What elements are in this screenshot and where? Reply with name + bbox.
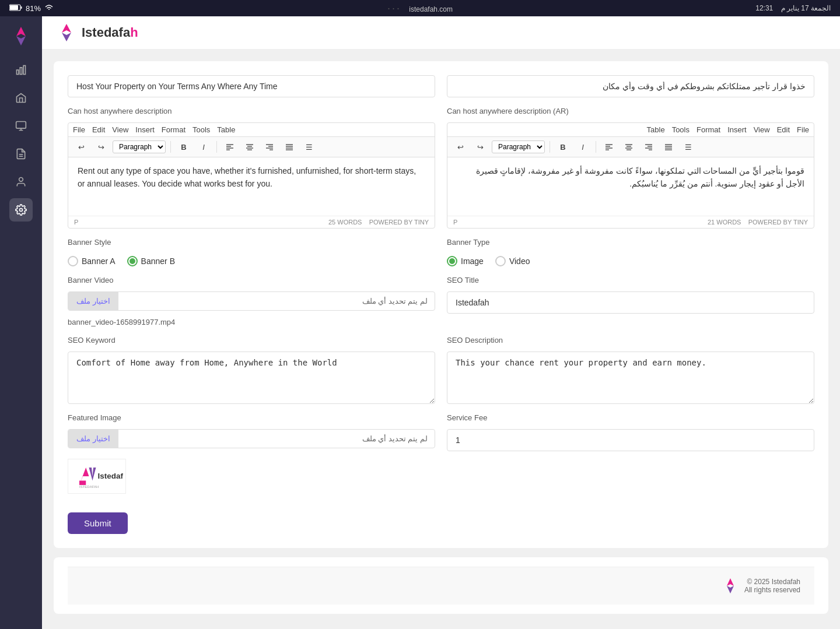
sidebar-logo [8,23,34,49]
menu-ar-file[interactable]: File [797,125,809,134]
menu-edit[interactable]: Edit [92,125,105,134]
featured-image-preview: Istedafah ISTEDAFAH [68,459,126,494]
sidebar-item-users[interactable] [9,170,33,194]
sidebar-item-home[interactable] [9,86,33,110]
ar-divider1 [550,141,550,153]
menu-view[interactable]: View [112,125,128,134]
menu-table[interactable]: Table [217,125,235,134]
seo-title-input[interactable] [447,291,814,314]
menu-file[interactable]: File [73,125,85,134]
svg-rect-8 [16,122,26,129]
svg-text:ISTEDAFAH: ISTEDAFAH [79,485,99,489]
ar-align-left-btn[interactable] [601,139,617,154]
align-justify-btn[interactable] [281,139,298,154]
banner-video-file-input: لم يتم تحديد أي ملف اختيار ملف [68,291,435,311]
sidebar-item-display[interactable] [9,114,33,138]
align-right-btn[interactable] [261,139,278,154]
ar-align-justify-btn[interactable] [660,139,677,154]
sidebar-item-documents[interactable] [9,142,33,166]
ar-list-btn[interactable]: ☰ [680,139,696,154]
ar-divider2 [596,141,596,153]
footer-rights: All rights reserved [744,586,800,594]
service-fee-input[interactable] [447,429,814,451]
word-count-en: 25 WORDS POWERED BY TINY [328,219,429,226]
align-center-btn[interactable] [242,139,258,154]
banner-style-radio-group: Banner A Banner B [68,256,435,266]
align-left-btn[interactable] [222,139,238,154]
banner-b-radio[interactable] [127,256,138,266]
menu-tools[interactable]: Tools [192,125,210,134]
seo-desc-label: SEO Description [447,336,814,345]
can-host-title-input[interactable] [68,75,435,97]
seo-title-label: SEO Title [447,276,814,284]
seo-keyword-textarea[interactable]: Comfort of Home away from Home, Anywhere… [68,352,435,404]
divider2 [216,141,217,153]
svg-text:Istedafah: Istedafah [98,472,124,480]
banner-b-option[interactable]: Banner B [127,256,175,266]
menu-ar-insert[interactable]: Insert [727,125,747,134]
content-area: Istedafah [42,16,840,629]
editor-ar-toolbar: ↩ ↪ Paragraph B I [447,137,814,157]
banner-video-option[interactable]: Video [495,256,530,266]
image-fee-row: Featured Image لم يتم تحديد أي ملف اختيا… [68,413,814,494]
seo-keyword-label: SEO Keyword [68,336,435,345]
svg-marker-13 [62,24,71,33]
sidebar-item-settings[interactable] [9,198,33,222]
logo-text-ist: Istedafa [82,25,130,40]
menu-insert[interactable]: Insert [135,125,155,134]
editor-en-body[interactable]: Rent out any type of space you have, whe… [68,157,435,216]
banner-style-label: Banner Style [68,238,435,247]
can-host-title-ar-input[interactable] [447,75,814,97]
footer-copyright: © 2025 Istedafah [744,578,800,586]
menu-format[interactable]: Format [162,125,186,134]
paragraph-select[interactable]: Paragraph [113,140,166,153]
featured-image-choose-btn[interactable]: اختيار ملف [68,430,118,448]
ar-undo-btn[interactable]: ↩ [452,139,468,154]
service-fee-label: Service Fee [447,413,814,422]
submit-button[interactable]: Submit [68,512,128,534]
footer-card: © 2025 Istedafah All rights reserved [54,557,828,614]
banner-video-section-label: Banner Video [68,276,435,284]
seo-desc-textarea[interactable]: This your chance rent your property and … [447,352,814,404]
banner-video-radio[interactable] [495,256,506,266]
title-row [68,75,814,97]
main-content: Can host anywhere description File Edit … [42,50,840,629]
banner-a-option[interactable]: Banner A [68,256,116,266]
menu-ar-format[interactable]: Format [696,125,720,134]
editor-en-menubar: File Edit View Insert Format Tools Table [68,123,435,137]
ar-redo-btn[interactable]: ↪ [472,139,488,154]
sidebar-item-analytics[interactable] [9,58,33,82]
logo-svg [56,22,77,43]
banner-video-choose-btn[interactable]: اختيار ملف [68,292,118,310]
list-btn[interactable]: ☰ [301,139,317,154]
banner-style-field: Banner Style Banner A Banner B [68,238,435,266]
undo-btn[interactable]: ↩ [73,139,89,154]
banner-b-label: Banner B [141,256,175,266]
ar-bold-btn[interactable]: B [555,139,571,154]
banner-type-label: Banner Type [447,238,814,247]
editor-en-toolbar: ↩ ↪ Paragraph B I [68,137,435,157]
banner-image-radio[interactable] [447,256,457,266]
ar-italic-btn[interactable]: I [575,139,591,154]
editor-ar-group: Can host anywhere description (AR) File … [447,107,814,229]
p-tag: P [74,219,78,226]
banner-a-radio[interactable] [68,256,78,266]
editor-ar-body[interactable]: قوموا بتأجير أيٍّ من المساحات التي تملكو… [447,157,814,216]
menu-ar-tools[interactable]: Tools [672,125,690,134]
ar-align-right-btn[interactable] [640,139,657,154]
svg-marker-49 [89,468,96,481]
banner-type-field: Banner Type Image Video [447,238,814,266]
banner-image-option[interactable]: Image [447,256,484,266]
status-bar: 81% ··· istedafah.com الجمعة 17 يناير م … [0,0,840,16]
menu-ar-table[interactable]: Table [647,125,665,134]
banner-video-filename: banner_video-1658991977.mp4 [68,318,435,326]
italic-btn[interactable]: I [195,139,212,154]
editor-en-label: Can host anywhere description [68,107,435,115]
ar-align-center-btn[interactable] [621,139,637,154]
banner-image-label: Image [461,256,484,266]
ar-paragraph-select[interactable]: Paragraph [492,140,545,153]
redo-btn[interactable]: ↪ [93,139,109,154]
menu-ar-view[interactable]: View [754,125,770,134]
menu-ar-edit[interactable]: Edit [777,125,790,134]
bold-btn[interactable]: B [176,139,192,154]
